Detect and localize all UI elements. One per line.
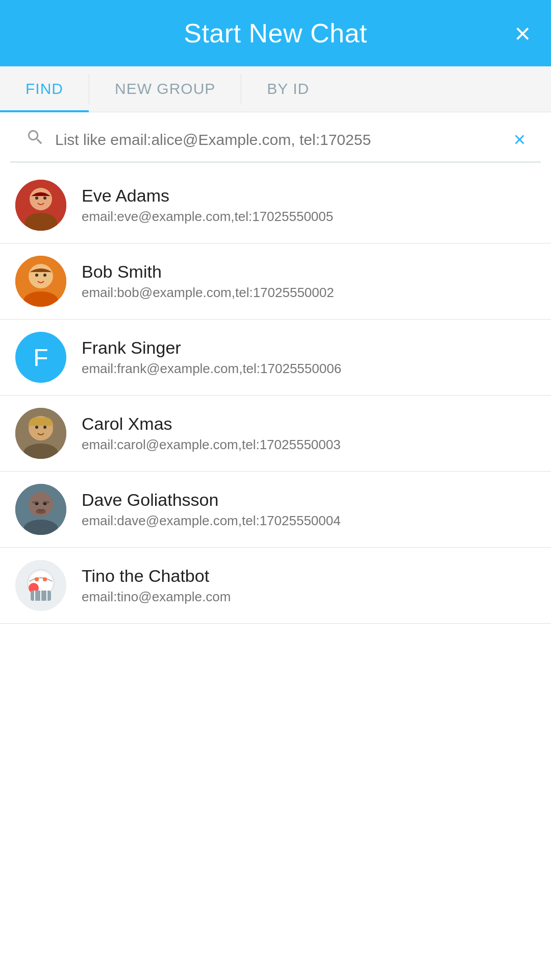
- contact-name-dave-goliathsson: Dave Goliathsson: [82, 490, 536, 510]
- contact-detail-carol-xmas: email:carol@example.com,tel:17025550003: [82, 437, 536, 453]
- contact-name-tino-chatbot: Tino the Chatbot: [82, 566, 536, 586]
- svg-point-26: [36, 509, 46, 514]
- contact-detail-dave-goliathsson: email:dave@example.com,tel:17025550004: [82, 513, 536, 529]
- contact-detail-frank-singer: email:frank@example.com,tel:17025550006: [82, 361, 536, 377]
- contact-name-bob-smith: Bob Smith: [82, 262, 536, 282]
- tab-find[interactable]: FIND: [0, 67, 89, 112]
- contact-info-dave-goliathsson: Dave Goliathsson email:dave@example.com,…: [82, 490, 536, 529]
- contact-item-dave-goliathsson[interactable]: Dave Goliathsson email:dave@example.com,…: [0, 472, 551, 548]
- search-bar: ×: [10, 117, 541, 162]
- tab-by-id[interactable]: BY ID: [241, 67, 335, 112]
- contact-info-frank-singer: Frank Singer email:frank@example.com,tel…: [82, 338, 536, 377]
- tab-new-group[interactable]: NEW GROUP: [89, 67, 241, 112]
- svg-point-32: [43, 577, 47, 581]
- contact-item-carol-xmas[interactable]: Carol Xmas email:carol@example.com,tel:1…: [0, 396, 551, 472]
- contact-detail-bob-smith: email:bob@example.com,tel:17025550002: [82, 285, 536, 301]
- svg-point-31: [35, 577, 39, 581]
- avatar-tino-chatbot: [15, 560, 66, 611]
- contact-info-tino-chatbot: Tino the Chatbot email:tino@example.com: [82, 566, 536, 605]
- search-input[interactable]: [55, 131, 509, 149]
- svg-rect-25: [43, 501, 49, 503]
- svg-point-11: [43, 274, 46, 277]
- svg-point-16: [35, 426, 38, 429]
- dialog-title: Start New Chat: [184, 18, 367, 48]
- avatar-carol-xmas: [15, 408, 66, 459]
- contact-item-bob-smith[interactable]: Bob Smith email:bob@example.com,tel:1702…: [0, 243, 551, 320]
- contact-name-frank-singer: Frank Singer: [82, 338, 536, 358]
- svg-point-5: [43, 197, 46, 200]
- contact-detail-eve-adams: email:eve@example.com,tel:17025550005: [82, 209, 536, 225]
- contact-info-bob-smith: Bob Smith email:bob@example.com,tel:1702…: [82, 262, 536, 301]
- svg-rect-24: [32, 501, 38, 503]
- contact-detail-tino-chatbot: email:tino@example.com: [82, 589, 536, 605]
- avatar-frank-singer: F: [15, 332, 66, 383]
- svg-point-10: [35, 274, 38, 277]
- svg-point-17: [43, 426, 46, 429]
- avatar-bob-smith: [15, 256, 66, 307]
- avatar-dave-goliathsson: [15, 484, 66, 535]
- contact-name-eve-adams: Eve Adams: [82, 186, 536, 206]
- contact-item-frank-singer[interactable]: F Frank Singer email:frank@example.com,t…: [0, 320, 551, 396]
- contact-item-tino-chatbot[interactable]: Tino the Chatbot email:tino@example.com: [0, 548, 551, 624]
- avatar-eve-adams: [15, 180, 66, 231]
- contact-info-carol-xmas: Carol Xmas email:carol@example.com,tel:1…: [82, 414, 536, 453]
- dialog-header: Start New Chat ×: [0, 0, 551, 66]
- contact-list: Eve Adams email:eve@example.com,tel:1702…: [0, 167, 551, 624]
- tab-bar: FIND NEW GROUP BY ID: [0, 66, 551, 112]
- contact-item-eve-adams[interactable]: Eve Adams email:eve@example.com,tel:1702…: [0, 167, 551, 243]
- search-clear-button[interactable]: ×: [514, 128, 525, 151]
- close-button[interactable]: ×: [514, 19, 531, 47]
- contact-info-eve-adams: Eve Adams email:eve@example.com,tel:1702…: [82, 186, 536, 225]
- contact-name-carol-xmas: Carol Xmas: [82, 414, 536, 434]
- svg-point-4: [35, 197, 38, 200]
- search-icon: [26, 128, 45, 152]
